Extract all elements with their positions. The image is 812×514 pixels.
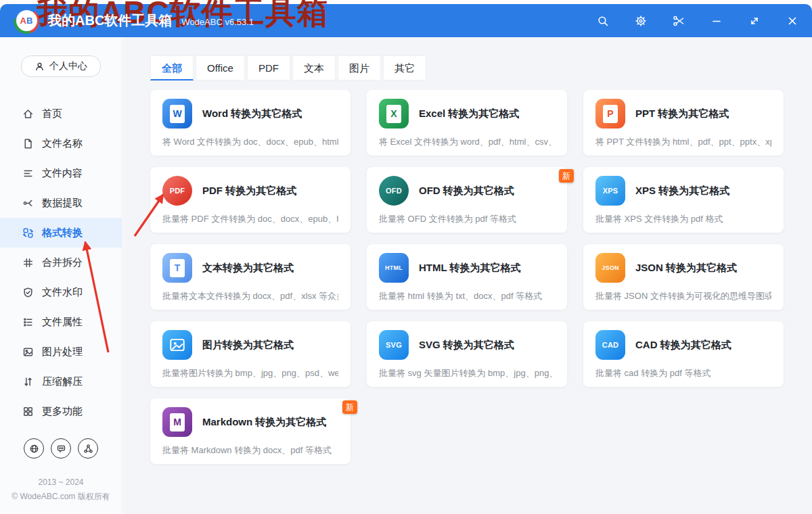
file-name-icon [22,138,34,149]
tool-card-description: 批量将 JSON 文件转换为可视化的思维导图或其它 [595,290,771,302]
sidebar-item-format-convert[interactable]: 格式转换 [0,218,122,248]
minimize-icon[interactable] [710,15,723,27]
tab-文本[interactable]: 文本 [292,55,336,80]
tool-card-title: 图片转换为其它格式 [202,339,294,352]
tool-card-icon: X [379,99,409,128]
app-logo-icon: AB [14,8,39,34]
tool-card-description: 将 Excel 文件转换为 word、pdf、html、csv、txt、s [379,136,555,148]
sidebar-item-home[interactable]: 首页 [0,99,122,128]
tool-card-title: JSON 转换为其它格式 [635,262,737,275]
tool-card-description: 批量将 OFD 文件转换为 pdf 等格式 [379,213,555,225]
tool-card-title: PDF 转换为其它格式 [202,185,296,197]
tool-card-title: PPT 转换为其它格式 [635,108,729,120]
tool-card-title: SVG 转换为其它格式 [419,339,514,352]
tool-card-description: 批量将 XPS 文件转换为 pdf 格式 [595,213,771,225]
tool-card-description: 批量将 PDF 文件转换为 doc、docx、epub、html、 [162,213,338,225]
data-extract-icon [22,197,34,209]
browser-button[interactable] [24,438,44,459]
tool-card-icon: OFD [379,176,409,206]
merge-split-icon [22,257,34,268]
sidebar-item-file-name[interactable]: 文件名称 [0,128,122,158]
tool-card-icon: P [595,99,625,128]
new-badge: 新 [342,400,357,414]
tool-card-description: 批量将 svg 矢量图片转换为 bmp、jpg、png、docx [379,367,555,379]
tool-card[interactable]: T 文本转换为其它格式 批量将文本文件转换为 docx、pdf、xlsx 等众多… [150,244,351,310]
tab-全部[interactable]: 全部 [150,55,194,80]
tab-图片[interactable]: 图片 [338,55,381,80]
sidebar: 个人中心 首页 文件名称 文件内容 数据提取 格式转换 合并拆分 文件水印 文件… [0,37,122,514]
tool-card[interactable]: HTML HTML 转换为其它格式 批量将 html 转换为 txt、docx、… [367,244,567,310]
more-icon [22,406,34,417]
app-version: WodeABC v6.53.1 [181,17,254,27]
tool-grid: W Word 转换为其它格式 将 Word 文件转换为 doc、docx、epu… [150,90,812,464]
tool-card-description: 批量将文本文件转换为 docx、pdf、xlsx 等众多格式 [162,290,338,302]
compress-icon [22,376,34,388]
file-attr-icon [22,317,34,328]
tool-card-title: OFD 转换为其它格式 [419,185,514,197]
tool-card[interactable]: P PPT 转换为其它格式 将 PPT 文件转换为 html、pdf、ppt、p… [583,90,784,156]
tool-card-icon: M [162,407,192,437]
sidebar-item-file-attr[interactable]: 文件属性 [0,307,122,337]
tab-Office[interactable]: Office [196,55,245,80]
tool-card[interactable]: JSON JSON 转换为其它格式 批量将 JSON 文件转换为可视化的思维导图… [583,244,784,310]
image-process-icon [22,346,34,358]
tool-card-title: 文本转换为其它格式 [202,262,294,275]
footer-copyright: © WodeABC.com 版权所有 [0,490,122,505]
tool-card-icon: XPS [595,176,625,206]
sidebar-quick-buttons [0,438,122,459]
tool-card-title: Word 转换为其它格式 [202,108,302,120]
tool-card-title: XPS 转换为其它格式 [635,185,729,197]
share-icon [83,444,93,454]
cut-icon[interactable] [673,15,685,27]
chat-button[interactable] [51,438,71,459]
sidebar-item-image-process[interactable]: 图片处理 [0,337,122,367]
tool-card[interactable]: OFD OFD 转换为其它格式 批量将 OFD 文件转换为 pdf 等格式 新 [367,167,567,233]
tool-card-icon: T [162,253,192,283]
sidebar-item-data-extract[interactable]: 数据提取 [0,188,122,218]
tab-其它[interactable]: 其它 [383,55,426,80]
search-icon[interactable] [597,15,609,27]
sidebar-item-more[interactable]: 更多功能 [0,396,122,426]
personal-center-label: 个人中心 [49,60,87,72]
format-convert-icon [22,227,34,239]
settings-icon[interactable] [635,15,647,27]
person-icon [35,62,45,72]
file-content-icon [22,168,34,179]
tool-card-title: Excel 转换为其它格式 [419,108,519,120]
tool-card-icon: SVG [379,330,409,360]
tool-card-description: 批量将 cad 转换为 pdf 等格式 [595,367,771,379]
tool-card-description: 将 PPT 文件转换为 html、pdf、ppt、pptx、xps 等格 [595,136,771,148]
chat-icon [56,444,66,454]
tool-card[interactable]: M Markdown 转换为其它格式 批量将 Markdown 转换为 docx… [150,398,351,464]
logo-letter-a: A [20,16,26,26]
logo-letter-b: B [26,16,32,26]
tool-card-title: CAD 转换为其它格式 [635,339,731,352]
tool-card-icon: W [162,99,192,128]
tool-card[interactable]: 图片转换为其它格式 批量将图片转换为 bmp、jpg、png、psd、webp、 [150,321,351,387]
sidebar-item-file-content[interactable]: 文件内容 [0,158,122,188]
tab-PDF[interactable]: PDF [247,55,290,80]
sidebar-item-merge-split[interactable]: 合并拆分 [0,248,122,277]
app-title: 我的ABC软件工具箱 [48,11,172,30]
watermark-icon [22,287,34,298]
sidebar-item-watermark[interactable]: 文件水印 [0,277,122,307]
tool-card[interactable]: W Word 转换为其它格式 将 Word 文件转换为 doc、docx、epu… [150,90,351,156]
sidebar-footer: 2013 ~ 2024 © WodeABC.com 版权所有 [0,475,122,505]
browser-icon [29,444,39,454]
tool-card[interactable]: SVG SVG 转换为其它格式 批量将 svg 矢量图片转换为 bmp、jpg、… [367,321,567,387]
tool-card-description: 批量将 html 转换为 txt、docx、pdf 等格式 [379,290,555,302]
tool-card[interactable]: PDF PDF 转换为其它格式 批量将 PDF 文件转换为 doc、docx、e… [150,167,351,233]
tool-card-description: 将 Word 文件转换为 doc、docx、epub、html、pd [162,136,338,148]
personal-center-button[interactable]: 个人中心 [21,55,101,77]
resize-icon[interactable] [748,15,761,27]
footer-years: 2013 ~ 2024 [0,475,122,490]
tool-card[interactable]: X Excel 转换为其它格式 将 Excel 文件转换为 word、pdf、h… [367,90,567,156]
tool-card-icon [162,330,192,360]
share-button[interactable] [78,438,98,459]
tool-card[interactable]: CAD CAD 转换为其它格式 批量将 cad 转换为 pdf 等格式 [583,321,784,387]
tool-card-icon: CAD [595,330,625,360]
sidebar-item-compress[interactable]: 压缩解压 [0,367,122,396]
tool-card[interactable]: XPS XPS 转换为其它格式 批量将 XPS 文件转换为 pdf 格式 [583,167,784,233]
close-icon[interactable] [786,15,798,27]
tool-card-icon: PDF [162,176,192,206]
